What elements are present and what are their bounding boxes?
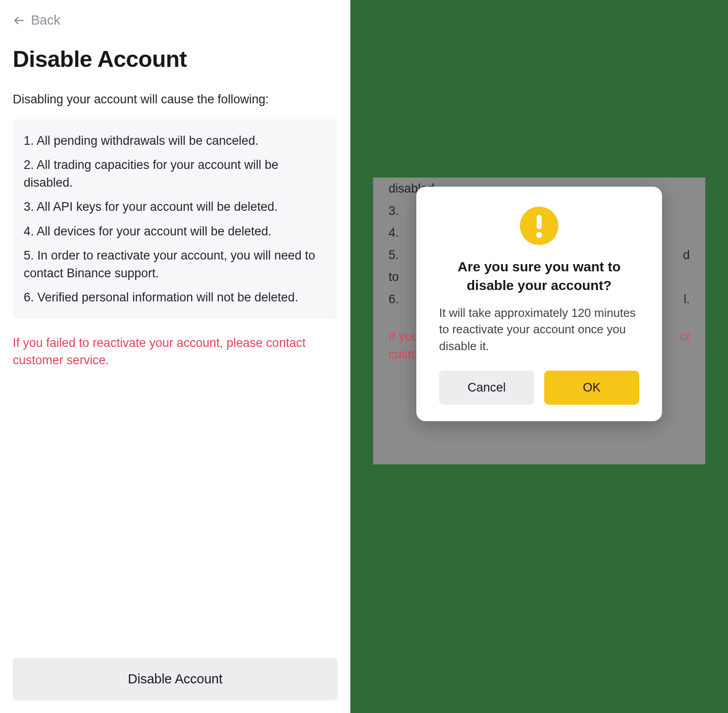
dialog-buttons: Cancel OK [439, 371, 639, 405]
list-item: All devices for your account will be del… [24, 223, 327, 240]
bg-fragment: d [683, 244, 690, 266]
svg-rect-2 [536, 215, 541, 229]
list-item: All trading capacities for your account … [24, 156, 327, 192]
disable-account-button[interactable]: Disable Account [13, 658, 338, 700]
intro-text: Disabling your account will cause the fo… [13, 92, 338, 107]
list-item: Verified personal information will not b… [24, 289, 327, 306]
list-item: All API keys for your account will be de… [24, 198, 327, 216]
bg-fragment: 4. [389, 222, 399, 244]
warning-icon [518, 205, 560, 247]
consequences-list: All pending withdrawals will be canceled… [24, 132, 327, 306]
dialog-body: It will take approximately 120 minutes t… [439, 305, 639, 354]
list-item: All pending withdrawals will be canceled… [24, 132, 327, 150]
bg-fragment: custo [389, 346, 418, 363]
bg-fragment: If you [389, 328, 419, 346]
cancel-button[interactable]: Cancel [439, 371, 534, 405]
svg-point-3 [536, 232, 542, 238]
dialog-title: Are you sure you want to disable your ac… [439, 258, 639, 295]
page-title: Disable Account [13, 46, 338, 72]
list-item: In order to reactivate your account, you… [24, 247, 327, 282]
confirmation-preview: disabled. 3. 4. 5. d to 6. l. If you [350, 0, 728, 713]
bg-fragment: l. [684, 288, 690, 311]
footer-actions: Disable Account [13, 658, 338, 700]
disable-account-screen: Back Disable Account Disabling your acco… [0, 0, 350, 713]
back-button[interactable]: Back [13, 13, 60, 28]
bg-fragment: 5. [389, 244, 399, 266]
bg-fragment: 3. [389, 200, 399, 222]
ok-button[interactable]: OK [544, 371, 639, 405]
arrow-left-icon [13, 14, 25, 27]
bg-fragment: ct [680, 328, 690, 346]
dimmed-background: disabled. 3. 4. 5. d to 6. l. If you [373, 178, 705, 464]
consequences-panel: All pending withdrawals will be canceled… [13, 119, 338, 319]
warning-text: If you failed to reactivate your account… [13, 335, 338, 369]
bg-fragment: 6. [389, 288, 399, 311]
back-label: Back [31, 13, 60, 28]
confirm-dialog: Are you sure you want to disable your ac… [416, 187, 662, 421]
bg-fragment: to [389, 266, 399, 288]
